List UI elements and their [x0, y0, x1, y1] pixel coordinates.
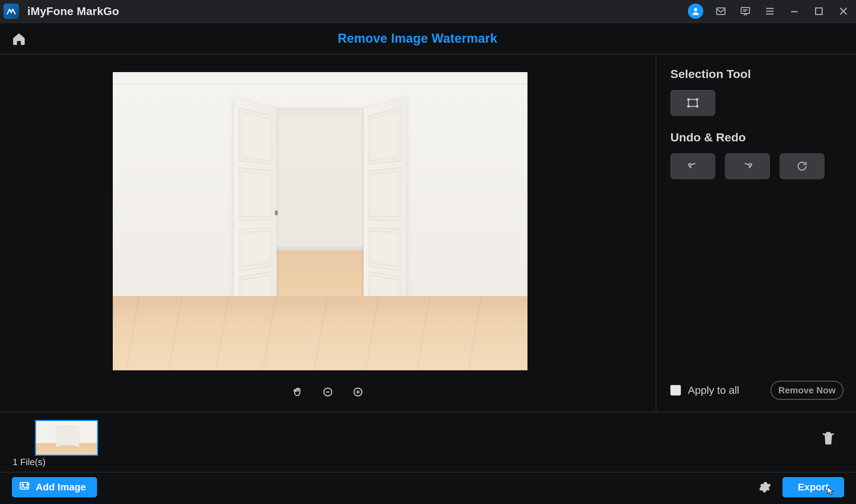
side-panel-footer: Apply to all Remove Now — [670, 381, 843, 400]
svg-rect-1 — [717, 8, 725, 15]
svg-rect-2 — [741, 7, 750, 13]
minimize-icon[interactable] — [787, 4, 801, 18]
remove-now-button[interactable]: Remove Now — [771, 381, 843, 400]
mail-icon[interactable] — [714, 4, 728, 18]
selection-rect-tool[interactable] — [670, 90, 715, 116]
add-image-label: Add Image — [36, 482, 86, 493]
svg-rect-8 — [696, 98, 698, 100]
bottom-bar: Add Image Export — [0, 472, 856, 502]
feedback-icon[interactable] — [738, 4, 752, 18]
home-button[interactable] — [9, 29, 29, 48]
svg-rect-12 — [828, 437, 829, 443]
titlebar: iMyFone MarkGo — [0, 0, 856, 23]
undo-redo-heading: Undo & Redo — [670, 131, 842, 144]
mode-title: Remove Image Watermark — [0, 31, 845, 46]
svg-rect-10 — [696, 105, 698, 107]
svg-rect-9 — [687, 105, 689, 107]
app-logo — [4, 4, 19, 19]
reset-button[interactable] — [780, 153, 824, 179]
file-count-label: 1 File(s) — [13, 457, 46, 468]
svg-rect-13 — [830, 437, 831, 443]
thumbnail-strip: 1 File(s) — [0, 412, 856, 472]
delete-button[interactable] — [820, 428, 837, 447]
svg-rect-11 — [827, 437, 828, 443]
side-panel: Selection Tool Undo & Redo — [656, 55, 856, 412]
maximize-icon[interactable] — [812, 4, 826, 18]
add-image-button[interactable]: Add Image — [12, 477, 97, 497]
image-add-icon — [20, 482, 30, 493]
svg-point-15 — [22, 484, 23, 485]
mouse-cursor-icon — [827, 486, 836, 495]
image-canvas[interactable] — [113, 72, 527, 370]
pan-hand-icon[interactable] — [291, 385, 305, 399]
zoom-out-icon[interactable] — [321, 385, 335, 399]
svg-point-0 — [694, 8, 697, 11]
close-icon[interactable] — [836, 4, 850, 18]
title-icons — [688, 4, 850, 19]
thumbnail[interactable] — [35, 420, 98, 456]
menu-icon[interactable] — [763, 4, 777, 18]
export-button[interactable]: Export — [782, 477, 844, 497]
selection-tool-heading: Selection Tool — [670, 67, 842, 81]
canvas-tools — [0, 385, 656, 399]
svg-rect-7 — [687, 98, 689, 100]
svg-rect-6 — [689, 99, 697, 106]
svg-rect-3 — [816, 8, 822, 15]
main-area: Selection Tool Undo & Redo — [0, 55, 856, 412]
account-icon[interactable] — [688, 4, 703, 19]
zoom-in-icon[interactable] — [351, 385, 365, 399]
canvas-area — [0, 55, 656, 412]
settings-button[interactable] — [757, 479, 773, 495]
modebar: Remove Image Watermark — [0, 23, 856, 55]
undo-button[interactable] — [670, 153, 715, 179]
remove-now-label: Remove Now — [778, 385, 835, 396]
app-title: iMyFone MarkGo — [27, 5, 119, 18]
apply-to-all-label: Apply to all — [688, 384, 739, 396]
export-label: Export — [798, 482, 829, 493]
apply-to-all-checkbox[interactable] — [670, 385, 681, 396]
redo-button[interactable] — [725, 153, 770, 179]
